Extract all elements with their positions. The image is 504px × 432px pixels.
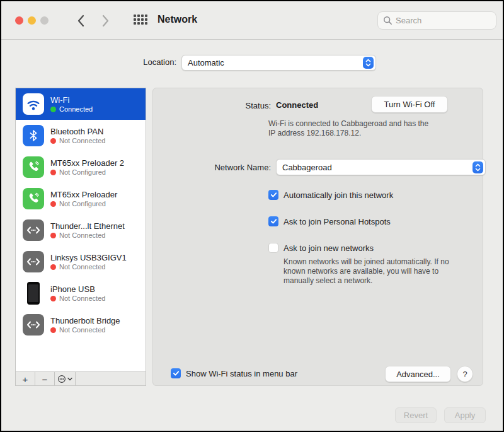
service-status: Not Connected — [59, 231, 105, 239]
auto-join-checkbox-row[interactable]: Automatically join this network — [268, 190, 393, 200]
service-row-wifi[interactable]: Wi-Fi Connected — [16, 88, 146, 120]
network-services-list: Wi-Fi Connected Bluetooth PAN Not Connec… — [15, 88, 146, 386]
bluetooth-icon — [23, 125, 44, 146]
advanced-button[interactable]: Advanced... — [385, 366, 451, 382]
status-value: Connected — [276, 100, 318, 110]
phone-icon — [23, 156, 44, 178]
more-actions-button[interactable] — [55, 372, 76, 386]
service-status: Not Configured — [59, 168, 106, 176]
status-dot-red — [50, 201, 56, 207]
menu-bar-checkbox-label: Show Wi-Fi status in menu bar — [186, 369, 297, 378]
new-networks-note: Known networks will be joined automatica… — [284, 257, 457, 286]
status-dot-red — [50, 138, 56, 144]
menu-bar-checkbox-row[interactable]: Show Wi-Fi status in menu bar — [171, 368, 297, 378]
network-preferences-window: Network Search Location: Automatic Wi-Fi… — [0, 0, 504, 432]
ethernet-icon — [23, 314, 44, 336]
revert-button[interactable]: Revert — [395, 407, 437, 423]
show-all-grid-icon[interactable] — [134, 15, 147, 25]
status-dot-green — [50, 107, 56, 112]
new-networks-checkbox-row[interactable]: Ask to join new networks — [268, 243, 374, 253]
service-row-bluetooth-pan[interactable]: Bluetooth PAN Not Connected — [16, 120, 146, 151]
network-name-popup[interactable]: Cabbageroad — [276, 159, 486, 175]
service-name: Bluetooth PAN — [50, 127, 105, 136]
checkbox-unchecked-icon[interactable] — [268, 243, 278, 253]
ethernet-icon — [23, 219, 44, 241]
service-status: Not Connected — [59, 326, 105, 334]
minimize-window-button[interactable] — [28, 16, 36, 25]
service-name: Thunder...lt Ethernet — [50, 221, 125, 231]
chevron-down-icon — [67, 377, 72, 381]
zoom-window-button — [40, 16, 49, 25]
title-bar: Network Search — [1, 1, 503, 40]
service-row-mt65xx-preloader[interactable]: MT65xx Preloader Not Configured — [16, 183, 146, 214]
new-networks-checkbox-label: Ask to join new networks — [284, 243, 374, 253]
service-row-mt65xx-preloader-2[interactable]: MT65xx Preloader 2 Not Configured — [16, 151, 146, 183]
service-status: Not Configured — [59, 200, 106, 207]
iphone-icon — [23, 283, 44, 304]
help-button[interactable]: ? — [457, 366, 473, 382]
service-row-thunderbolt-ethernet[interactable]: Thunder...lt Ethernet Not Connected — [16, 214, 146, 246]
back-button[interactable] — [76, 13, 86, 28]
service-row-iphone-usb[interactable]: iPhone USB Not Connected — [16, 277, 146, 309]
status-label: Status: — [153, 101, 271, 110]
personal-hotspots-checkbox-row[interactable]: Ask to join Personal Hotspots — [268, 216, 391, 226]
service-name: Wi-Fi — [50, 95, 93, 105]
service-name: Thunderbolt Bridge — [50, 316, 120, 325]
status-dot-red — [50, 264, 56, 270]
forward-button[interactable] — [100, 13, 110, 28]
search-icon — [383, 16, 392, 25]
checkbox-checked-icon[interactable] — [268, 216, 278, 226]
service-row-linksys-usb3gigv1[interactable]: Linksys USB3GIGV1 Not Connected — [16, 246, 146, 277]
network-name-label: Network Name: — [153, 163, 271, 172]
checkbox-checked-icon[interactable] — [171, 368, 181, 378]
checkbox-checked-icon[interactable] — [268, 190, 278, 200]
ethernet-icon — [23, 251, 44, 272]
window-title: Network — [158, 14, 197, 25]
service-name: MT65xx Preloader — [50, 190, 117, 199]
service-row-thunderbolt-bridge[interactable]: Thunderbolt Bridge Not Connected — [16, 309, 146, 341]
phone-icon — [23, 188, 44, 209]
remove-service-button[interactable]: − — [35, 372, 55, 386]
auto-join-checkbox-label: Automatically join this network — [284, 190, 393, 200]
personal-hotspots-checkbox-label: Ask to join Personal Hotspots — [284, 217, 391, 226]
service-name: Linksys USB3GIGV1 — [50, 253, 127, 262]
add-service-button[interactable]: + — [16, 372, 35, 386]
service-name: MT65xx Preloader 2 — [50, 158, 124, 168]
close-window-button[interactable] — [15, 16, 23, 25]
status-dot-red — [50, 327, 56, 333]
service-status: Not Connected — [59, 137, 105, 144]
service-status: Not Connected — [59, 295, 105, 302]
status-dot-red — [50, 296, 56, 301]
status-dot-red — [50, 170, 56, 175]
service-status: Not Connected — [59, 263, 105, 271]
wifi-settings-panel: Status: Connected Turn Wi-Fi Off Wi-Fi i… — [152, 88, 483, 386]
search-placeholder: Search — [396, 16, 421, 25]
location-value: Automatic — [182, 58, 363, 67]
service-status: Connected — [59, 105, 93, 113]
status-dot-red — [50, 233, 56, 238]
apply-button[interactable]: Apply — [444, 407, 486, 423]
service-name: iPhone USB — [50, 284, 105, 294]
turn-wifi-off-button[interactable]: Turn Wi-Fi Off — [371, 96, 448, 113]
popup-stepper-icon — [472, 161, 483, 173]
status-note: Wi-Fi is connected to Cabbageroad and ha… — [268, 119, 433, 138]
network-name-value: Cabbageroad — [277, 163, 472, 172]
location-label: Location: — [1, 57, 176, 67]
wifi-icon — [23, 93, 44, 115]
search-input[interactable]: Search — [377, 11, 496, 30]
services-list-footer: + − — [16, 371, 146, 385]
location-popup[interactable]: Automatic — [181, 55, 376, 71]
popup-stepper-icon — [363, 57, 374, 69]
